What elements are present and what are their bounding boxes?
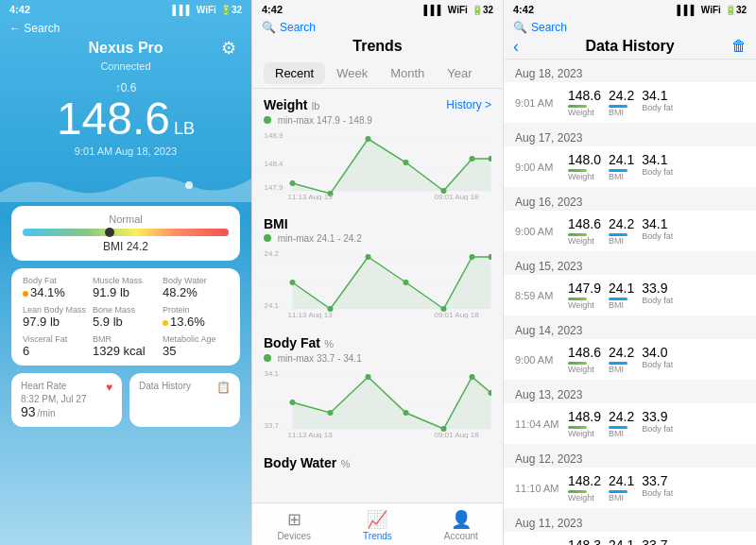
svg-text:148.9: 148.9 [265,131,284,140]
status-bar-p1: 4:42 ▌▌▌ WiFi 🔋32 [0,0,251,19]
weight-chart-canvas: 148.9 148.4 147.9 11:13 Aug 13 09:01 Au [264,129,491,205]
back-button[interactable]: ‹ [513,37,519,57]
history-entry-aug17[interactable]: 9:00 AM 148.0 Weight 24.1 BMI 34.1 Body … [504,146,756,187]
nav-account-label: Account [444,531,478,541]
signal-icon-p3: ▌▌▌ [678,5,697,15]
wave-path [0,177,251,202]
bmi-dot-3 [366,254,371,260]
search-bar-p2[interactable]: 🔍 Search [252,19,503,36]
data-history-title-bar: ‹ Data History 🗑 [504,36,756,60]
history-entry-aug18[interactable]: 9:01 AM 148.6 Weight 24.2 BMI 34.1 Body … [504,82,756,123]
charts-area: Weight lb History > min-max 147.9 - 148.… [252,89,503,502]
history-entry-aug11[interactable]: 8:59 AM 148.3 Weight 24.1 BMI 33.7 Body … [504,532,756,545]
weight-val-aug18: 148.6 [568,88,601,103]
tab-recent[interactable]: Recent [264,62,325,84]
date-header-aug13: Aug 13, 2023 [504,381,756,403]
bf-metric-aug17: 34.1 Body fat [642,152,673,181]
tabs-row: Recent Week Month Year [252,59,503,89]
bmi-dot-4 [404,280,409,285]
svg-text:09:01 Aug 18: 09:01 Aug 18 [435,311,480,318]
trends-icon: 📈 [367,509,387,530]
svg-point-17 [290,400,296,405]
bottom-nav: ⊞ Devices 📈 Trends 👤 Account [252,502,503,545]
status-icons-p2: ▌▌▌ WiFi 🔋32 [424,5,493,15]
search-label-p1[interactable]: ← Search [9,22,60,35]
svg-point-22 [470,374,475,380]
date-header-aug15: Aug 15, 2023 [504,252,756,275]
history-entry-aug15[interactable]: 8:59 AM 147.9 Weight 24.1 BMI 33.9 Body … [504,275,756,315]
heart-rate-time: 8:32 PM, Jul 27 [21,394,112,404]
time-p2: 4:42 [262,4,283,15]
main-weight-display: ↑0.6 148.6 LB 9:01 AM Aug 18, 2023 [0,72,251,157]
metric-label-bw: Body Water [163,276,229,285]
tab-week[interactable]: Week [325,62,379,84]
status-bar-p3: 4:42 ▌▌▌ WiFi 🔋32 [504,0,756,19]
metrics-grid: Body Fat 34.1% Muscle Mass 91.9 lb Body … [11,268,240,366]
metric-protein: Protein 13.6% [163,305,229,329]
weight-chart-section: Weight lb History > min-max 147.9 - 148.… [264,96,491,205]
data-history-card[interactable]: Data History 📋 [129,373,240,427]
svg-text:147.9: 147.9 [265,183,284,192]
svg-text:11:13 Aug 13: 11:13 Aug 13 [288,193,334,200]
bodyfat-chart-section: Body Fat % min-max 33.7 - 34.1 34.1 33.7 [264,334,491,443]
bmi-area [293,257,491,309]
bodyfat-chart-canvas: 34.1 33.7 11:13 Aug 13 09:01 Aug 18 [264,367,491,443]
metric-val-mm: 91.9 lb [93,285,159,299]
weight-label-aug18: Weight [568,108,594,117]
bmi-metric-aug17: 24.1 BMI [609,152,634,181]
bodyfat-chart-header: Body Fat % [264,334,491,351]
search-label-p2: Search [280,21,316,34]
svg-text:24.1: 24.1 [265,301,280,310]
tab-year[interactable]: Year [436,62,483,84]
tab-month[interactable]: Month [379,62,436,84]
signal-icon-p2: ▌▌▌ [424,5,444,15]
history-entry-aug14[interactable]: 9:00 AM 148.6 Weight 24.2 BMI 34.0 Body … [504,339,756,380]
battery-p2: 🔋32 [472,5,493,15]
svg-point-18 [328,410,334,416]
bmi-card: Normal BMI 24.2 [11,206,240,261]
metric-val-vis: 6 [23,344,89,358]
heart-rate-card[interactable]: Heart Rate ♥ 8:32 PM, Jul 27 93 /min [11,373,122,427]
bodywater-chart-title: Body Water [264,455,336,470]
metric-visceral: Visceral Fat 6 [23,334,89,358]
status-icons-p1: ▌▌▌ WiFi 🔋32 [173,5,242,15]
history-entry-aug16[interactable]: 9:00 AM 148.6 Weight 24.2 BMI 34.1 Body … [504,211,756,251]
wave-dot [185,181,193,189]
search-bar-p3[interactable]: 🔍 Search [504,19,756,36]
search-icon-p3: 🔍 [513,21,527,34]
metric-val-lb: 97.9 lb [23,315,89,329]
bmi-label-aug18: BMI [609,108,624,117]
settings-icon[interactable]: ⚙ [221,38,242,59]
entry-time-aug16: 9:00 AM [515,226,564,237]
metric-label-prot: Protein [163,305,229,315]
svg-point-20 [404,410,409,416]
weight-metric-aug17: 148.0 Weight [568,152,601,181]
bodyfat-chart-unit: % [324,338,334,349]
metric-body-water: Body Water 48.2% [163,276,229,299]
weight-history-link[interactable]: History > [446,98,491,111]
bmi-chart-section: BMI min-max 24.1 - 24.2 24.2 24.1 [264,216,491,323]
history-entry-aug13[interactable]: 11:04 AM 148.9 Weight 24.2 BMI 33.9 Body… [504,403,756,444]
bmi-metric-aug18: 24.2 BMI [609,88,634,117]
time-p1: 4:42 [9,4,30,15]
bmi-normal-label: Normal [23,213,229,225]
svg-text:33.7: 33.7 [265,421,280,430]
bodyfat-chart-range: min-max 33.7 - 34.1 [264,353,491,364]
nav-devices[interactable]: ⊞ Devices [252,509,335,541]
svg-text:11:13 Aug 13: 11:13 Aug 13 [288,311,334,318]
panel-device: 4:42 ▌▌▌ WiFi 🔋32 ← Search Nexus Pro ⚙ C… [0,0,251,545]
trash-icon[interactable]: 🗑 [731,38,747,55]
weight-delta: ↑0.6 [115,81,137,94]
history-entry-aug12[interactable]: 11:10 AM 148.2 Weight 24.1 BMI 33.7 Body… [504,468,756,508]
metric-label-bf: Body Fat [23,276,89,285]
search-label-p3: Search [531,21,567,34]
status-bar-p2: 4:42 ▌▌▌ WiFi 🔋32 [252,0,503,19]
account-icon: 👤 [451,509,472,530]
weight-metric-aug18: 148.6 Weight [568,88,601,117]
bf-label-aug18: Body fat [642,103,673,112]
data-history-title: Data History [585,38,674,55]
nav-trends[interactable]: 📈 Trends [335,509,419,541]
weight-chart-unit: lb [312,100,320,111]
nav-account[interactable]: 👤 Account [420,509,503,541]
trends-title: Trends [252,36,503,59]
